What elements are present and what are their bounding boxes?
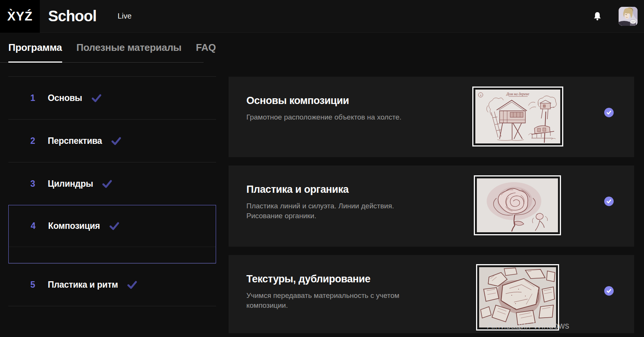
xyz-logo-text: X̀YŹ <box>7 9 33 24</box>
check-icon <box>109 221 119 231</box>
lesson-thumbnail-treehouse: Дом на дереве <box>472 87 563 146</box>
lesson-title: Текстуры, дублирование <box>246 273 370 285</box>
program-item-plastika-i-ritm[interactable]: 5 Пластика и ритм <box>8 263 216 306</box>
xyz-logo[interactable]: X̀YŹ <box>0 0 40 33</box>
lesson-thumbnail-rose <box>474 175 561 235</box>
check-circle-icon <box>604 197 614 206</box>
program-item-perspektiva[interactable]: 2 Перспектива <box>8 119 216 162</box>
check-circle-icon <box>604 286 614 296</box>
lesson-thumbnail-stones <box>476 264 559 331</box>
program-item-label: Основы <box>48 93 82 103</box>
user-avatar[interactable] <box>619 7 638 26</box>
check-circle-icon <box>604 108 614 117</box>
tab-poleznye-materialy[interactable]: Полезные материалы <box>77 33 182 62</box>
tab-faq[interactable]: FAQ <box>196 33 216 62</box>
check-icon <box>127 280 137 290</box>
svg-text:4: 4 <box>480 94 481 97</box>
top-bar: X̀YŹ School Live <box>0 0 644 33</box>
check-icon <box>111 136 121 146</box>
program-item-number: 1 <box>30 93 40 103</box>
program-item-number: 3 <box>30 179 40 189</box>
lesson-description: Грамотное расположение объектов на холст… <box>246 112 401 122</box>
lesson-card-plastika-i-organika[interactable]: Пластика и органика Пластика линий и сил… <box>229 165 634 247</box>
program-item-number: 5 <box>30 280 40 290</box>
tab-programma[interactable]: Программа <box>8 33 62 62</box>
check-icon <box>91 93 102 103</box>
program-item-label: Цилиндры <box>48 179 93 189</box>
program-item-kompoziciya[interactable]: 4 Композиция <box>8 205 216 263</box>
xyz-school-app: X̀YŹ School Live <box>0 0 644 337</box>
program-item-label: Перспектива <box>48 136 102 146</box>
lesson-card-osnovy-kompozicii[interactable]: Основы композиции Грамотное расположение… <box>229 77 634 157</box>
program-item-label: Пластика и ритм <box>48 280 118 290</box>
lesson-description: Пластика линий и силуэта. Линии действия… <box>246 201 413 221</box>
section-tabs: Программа Полезные материалы FAQ <box>0 33 204 63</box>
bell-icon[interactable] <box>593 11 602 21</box>
check-icon <box>102 179 112 189</box>
program-item-label: Композиция <box>48 221 100 231</box>
lesson-title: Пластика и органика <box>246 184 349 195</box>
lesson-description: Учимся передавать материальность с учето… <box>246 291 413 310</box>
header-actions <box>593 7 644 26</box>
brand-title: School <box>48 8 96 25</box>
lesson-card-tekstury-dublirovanie[interactable]: Текстуры, дублирование Учимся передавать… <box>229 255 634 333</box>
nav-live-link[interactable]: Live <box>118 12 132 20</box>
program-item-cilindry[interactable]: 3 Цилиндры <box>8 162 216 205</box>
program-item-osnovy[interactable]: 1 Основы <box>8 76 216 119</box>
program-item-number: 4 <box>31 221 41 231</box>
lesson-title: Основы композиции <box>246 95 349 107</box>
svg-text:Дом на дереве: Дом на дереве <box>506 92 530 96</box>
program-list: 1 Основы 2 Перспектива 3 Цилиндры <box>8 76 216 306</box>
program-item-number: 2 <box>30 136 40 146</box>
